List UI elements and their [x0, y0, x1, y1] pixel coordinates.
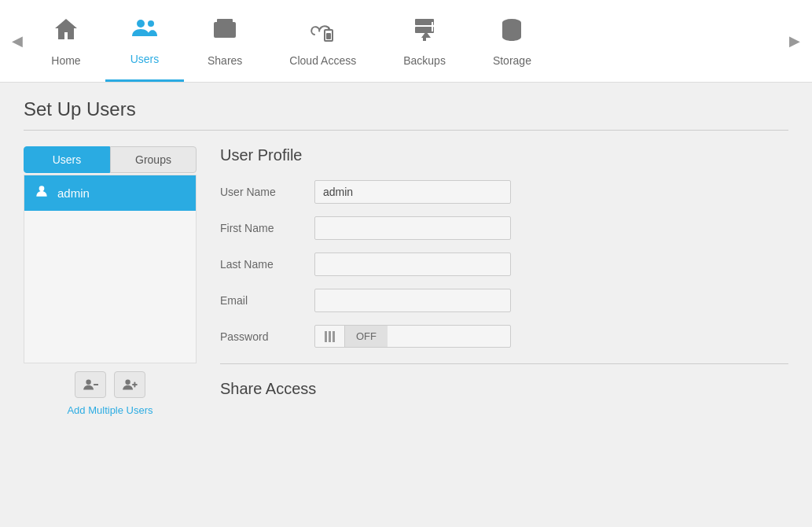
nav-item-cloud-access[interactable]: Cloud Access: [266, 0, 380, 82]
email-input[interactable]: [314, 289, 511, 312]
left-panel: Users Groups admin: [24, 146, 197, 416]
add-user-button[interactable]: [114, 371, 145, 398]
svg-rect-2: [214, 22, 236, 38]
svg-point-0: [137, 20, 145, 28]
tab-group: Users Groups: [24, 146, 197, 173]
svg-rect-3: [217, 19, 233, 24]
password-toggle-label[interactable]: OFF: [345, 326, 388, 347]
shares-icon: [211, 16, 239, 48]
email-label: Email: [220, 294, 314, 307]
firstname-label: First Name: [220, 222, 314, 234]
nav-label-backups: Backups: [403, 54, 446, 67]
nav-item-shares[interactable]: Shares: [184, 0, 266, 82]
nav-label-storage: Storage: [493, 54, 531, 67]
username-group: User Name: [220, 180, 788, 204]
user-avatar-icon: [34, 183, 50, 203]
svg-rect-8: [415, 27, 434, 33]
svg-rect-7: [415, 19, 434, 25]
user-actions: Add Multiple Users: [24, 371, 197, 416]
tab-users[interactable]: Users: [24, 146, 110, 173]
nav-next-arrow[interactable]: ▶: [785, 0, 804, 82]
backups-icon: [410, 16, 439, 48]
nav-label-shares: Shares: [208, 54, 242, 67]
firstname-input[interactable]: [314, 216, 511, 240]
add-multiple-users-link[interactable]: Add Multiple Users: [67, 404, 152, 416]
nav-label-users: Users: [130, 53, 160, 65]
email-group: Email: [220, 289, 788, 312]
svg-point-10: [39, 186, 45, 191]
username-label: User Name: [220, 186, 314, 198]
nav-item-storage[interactable]: Storage: [469, 0, 555, 82]
svg-rect-6: [326, 33, 331, 39]
remove-user-button[interactable]: [75, 371, 106, 398]
password-group: Password OFF: [220, 325, 788, 348]
svg-point-1: [148, 20, 154, 27]
lastname-group: Last Name: [220, 252, 788, 276]
main-content: Set Up Users Users Groups admin: [0, 83, 812, 527]
password-bars-icon: [315, 326, 345, 347]
nav-item-home[interactable]: Home: [27, 0, 105, 82]
bar1: [325, 331, 327, 342]
user-name-label: admin: [57, 186, 90, 200]
user-profile-title: User Profile: [220, 146, 788, 164]
page-title: Set Up Users: [24, 98, 788, 120]
bar3: [333, 331, 335, 342]
tab-groups[interactable]: Groups: [110, 146, 197, 173]
svg-point-13: [125, 380, 130, 385]
username-input[interactable]: [314, 180, 511, 204]
user-list: admin: [24, 175, 197, 363]
list-item[interactable]: admin: [24, 175, 196, 211]
layout: Users Groups admin: [24, 146, 788, 416]
right-panel: User Profile User Name First Name Last N…: [220, 146, 788, 398]
nav-label-cloud-access: Cloud Access: [289, 54, 356, 67]
top-nav: Home Users Shares: [27, 0, 785, 82]
lastname-input[interactable]: [314, 252, 511, 276]
nav-prev-arrow[interactable]: ◀: [8, 0, 27, 82]
lastname-label: Last Name: [220, 258, 314, 271]
action-btn-row: [75, 371, 145, 398]
share-access-title: Share Access: [220, 380, 788, 398]
nav-item-backups[interactable]: Backups: [380, 0, 469, 82]
users-icon: [130, 14, 159, 46]
top-nav-wrapper: ◀ Home Users: [0, 0, 812, 83]
password-label: Password: [220, 330, 314, 343]
firstname-group: First Name: [220, 216, 788, 240]
bar2: [329, 331, 331, 342]
storage-icon: [498, 16, 526, 48]
nav-label-home: Home: [51, 54, 80, 67]
cloud-access-icon: [309, 16, 337, 48]
home-icon: [52, 16, 80, 48]
nav-item-users[interactable]: Users: [105, 0, 184, 82]
svg-point-11: [86, 380, 90, 385]
form-divider: [220, 363, 788, 364]
password-toggle[interactable]: OFF: [314, 325, 511, 348]
page-divider: [24, 130, 788, 131]
